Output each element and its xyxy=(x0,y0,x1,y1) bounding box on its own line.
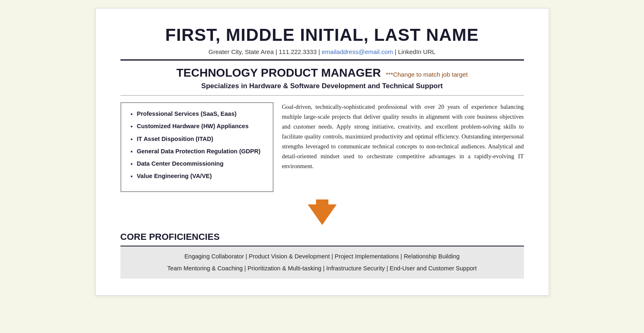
list-item: IT Asset Disposition (ITAD) xyxy=(137,135,265,143)
resume-container: FIRST, MIDDLE INITIAL, LAST NAME Greater… xyxy=(95,8,549,295)
proficiency-row-1: Engaging Collaborator | Product Vision &… xyxy=(129,251,516,263)
title-subtitle: Specializes in Hardware & Software Devel… xyxy=(120,82,524,90)
arrow-head xyxy=(308,204,337,225)
core-proficiencies-title: CORE PROFICIENCIES xyxy=(120,232,524,242)
list-item: Customized Hardware (HW) Appliances xyxy=(137,122,265,130)
content-divider xyxy=(120,95,524,96)
title-line: TECHNOLOGY PRODUCT MANAGER ***Change to … xyxy=(120,66,524,80)
header-divider xyxy=(120,59,524,61)
header-contact: Greater City, State Area | 111.222.3333 … xyxy=(120,48,524,55)
expertise-list: Professional Services (SaaS, Eaas) Custo… xyxy=(128,110,265,181)
header-name: FIRST, MIDDLE INITIAL, LAST NAME xyxy=(120,25,524,45)
list-item: Professional Services (SaaS, Eaas) xyxy=(137,110,265,118)
two-column-section: Professional Services (SaaS, Eaas) Custo… xyxy=(120,102,524,192)
right-column: Goal-driven, technically-sophisticated p… xyxy=(282,102,524,192)
title-section: TECHNOLOGY PRODUCT MANAGER ***Change to … xyxy=(120,66,524,90)
title-main: TECHNOLOGY PRODUCT MANAGER xyxy=(176,66,381,79)
proficiency-row-2: Team Mentoring & Coaching | Prioritizati… xyxy=(129,263,516,274)
list-item: Data Center Decommissioning xyxy=(137,159,265,168)
core-proficiencies-section: CORE PROFICIENCIES Engaging Collaborator… xyxy=(120,232,524,279)
arrow-container xyxy=(120,196,524,225)
title-note: ***Change to match job target xyxy=(386,71,467,78)
summary-text: Goal-driven, technically-sophisticated p… xyxy=(282,102,524,171)
down-arrow xyxy=(308,196,337,225)
left-column: Professional Services (SaaS, Eaas) Custo… xyxy=(120,102,274,192)
list-item: General Data Protection Regulation (GDPR… xyxy=(137,147,265,155)
list-item: Value Engineering (VA/VE) xyxy=(137,172,265,180)
proficiency-box: Engaging Collaborator | Product Vision &… xyxy=(120,246,524,279)
email-link[interactable]: emailaddress@email.com xyxy=(322,48,393,55)
